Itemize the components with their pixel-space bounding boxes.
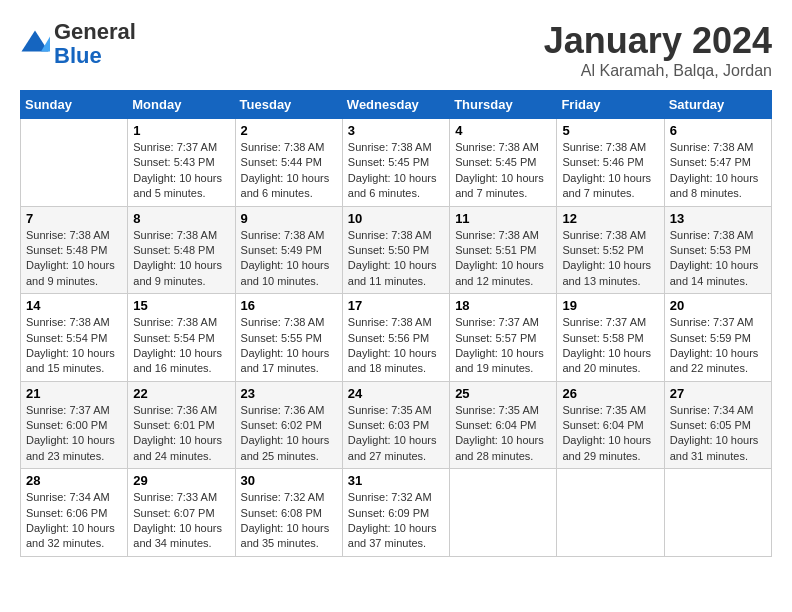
calendar-cell — [664, 469, 771, 557]
logo: General Blue — [20, 20, 136, 68]
day-info: Sunrise: 7:34 AM Sunset: 6:06 PM Dayligh… — [26, 490, 122, 552]
calendar-cell: 30Sunrise: 7:32 AM Sunset: 6:08 PM Dayli… — [235, 469, 342, 557]
page-header: General Blue January 2024 Al Karamah, Ba… — [20, 20, 772, 80]
calendar-cell — [21, 119, 128, 207]
calendar-cell: 29Sunrise: 7:33 AM Sunset: 6:07 PM Dayli… — [128, 469, 235, 557]
day-info: Sunrise: 7:37 AM Sunset: 5:58 PM Dayligh… — [562, 315, 658, 377]
calendar-cell: 3Sunrise: 7:38 AM Sunset: 5:45 PM Daylig… — [342, 119, 449, 207]
day-number: 12 — [562, 211, 658, 226]
day-number: 29 — [133, 473, 229, 488]
day-number: 7 — [26, 211, 122, 226]
column-header-friday: Friday — [557, 91, 664, 119]
column-header-tuesday: Tuesday — [235, 91, 342, 119]
calendar-cell: 23Sunrise: 7:36 AM Sunset: 6:02 PM Dayli… — [235, 381, 342, 469]
day-info: Sunrise: 7:38 AM Sunset: 5:54 PM Dayligh… — [133, 315, 229, 377]
day-number: 22 — [133, 386, 229, 401]
day-info: Sunrise: 7:32 AM Sunset: 6:08 PM Dayligh… — [241, 490, 337, 552]
day-info: Sunrise: 7:38 AM Sunset: 5:49 PM Dayligh… — [241, 228, 337, 290]
day-info: Sunrise: 7:38 AM Sunset: 5:56 PM Dayligh… — [348, 315, 444, 377]
day-info: Sunrise: 7:34 AM Sunset: 6:05 PM Dayligh… — [670, 403, 766, 465]
day-info: Sunrise: 7:38 AM Sunset: 5:53 PM Dayligh… — [670, 228, 766, 290]
calendar-cell: 22Sunrise: 7:36 AM Sunset: 6:01 PM Dayli… — [128, 381, 235, 469]
calendar-cell: 7Sunrise: 7:38 AM Sunset: 5:48 PM Daylig… — [21, 206, 128, 294]
day-number: 25 — [455, 386, 551, 401]
day-info: Sunrise: 7:38 AM Sunset: 5:51 PM Dayligh… — [455, 228, 551, 290]
calendar-cell: 4Sunrise: 7:38 AM Sunset: 5:45 PM Daylig… — [450, 119, 557, 207]
day-number: 26 — [562, 386, 658, 401]
calendar-cell: 6Sunrise: 7:38 AM Sunset: 5:47 PM Daylig… — [664, 119, 771, 207]
week-row-3: 14Sunrise: 7:38 AM Sunset: 5:54 PM Dayli… — [21, 294, 772, 382]
calendar-cell: 11Sunrise: 7:38 AM Sunset: 5:51 PM Dayli… — [450, 206, 557, 294]
week-row-2: 7Sunrise: 7:38 AM Sunset: 5:48 PM Daylig… — [21, 206, 772, 294]
calendar-cell: 8Sunrise: 7:38 AM Sunset: 5:48 PM Daylig… — [128, 206, 235, 294]
day-info: Sunrise: 7:38 AM Sunset: 5:46 PM Dayligh… — [562, 140, 658, 202]
week-row-5: 28Sunrise: 7:34 AM Sunset: 6:06 PM Dayli… — [21, 469, 772, 557]
day-info: Sunrise: 7:37 AM Sunset: 5:57 PM Dayligh… — [455, 315, 551, 377]
day-number: 31 — [348, 473, 444, 488]
day-info: Sunrise: 7:36 AM Sunset: 6:01 PM Dayligh… — [133, 403, 229, 465]
day-info: Sunrise: 7:33 AM Sunset: 6:07 PM Dayligh… — [133, 490, 229, 552]
day-number: 27 — [670, 386, 766, 401]
day-number: 6 — [670, 123, 766, 138]
calendar-cell: 18Sunrise: 7:37 AM Sunset: 5:57 PM Dayli… — [450, 294, 557, 382]
day-number: 21 — [26, 386, 122, 401]
day-info: Sunrise: 7:37 AM Sunset: 5:43 PM Dayligh… — [133, 140, 229, 202]
day-number: 30 — [241, 473, 337, 488]
calendar-cell: 16Sunrise: 7:38 AM Sunset: 5:55 PM Dayli… — [235, 294, 342, 382]
day-number: 9 — [241, 211, 337, 226]
day-number: 2 — [241, 123, 337, 138]
day-info: Sunrise: 7:38 AM Sunset: 5:54 PM Dayligh… — [26, 315, 122, 377]
day-info: Sunrise: 7:38 AM Sunset: 5:45 PM Dayligh… — [348, 140, 444, 202]
day-info: Sunrise: 7:38 AM Sunset: 5:52 PM Dayligh… — [562, 228, 658, 290]
calendar-cell — [450, 469, 557, 557]
title-block: January 2024 Al Karamah, Balqa, Jordan — [544, 20, 772, 80]
day-number: 4 — [455, 123, 551, 138]
column-header-saturday: Saturday — [664, 91, 771, 119]
day-info: Sunrise: 7:38 AM Sunset: 5:48 PM Dayligh… — [26, 228, 122, 290]
day-number: 19 — [562, 298, 658, 313]
day-number: 17 — [348, 298, 444, 313]
day-number: 18 — [455, 298, 551, 313]
day-number: 13 — [670, 211, 766, 226]
calendar-table: SundayMondayTuesdayWednesdayThursdayFrid… — [20, 90, 772, 557]
column-header-thursday: Thursday — [450, 91, 557, 119]
calendar-cell: 27Sunrise: 7:34 AM Sunset: 6:05 PM Dayli… — [664, 381, 771, 469]
day-info: Sunrise: 7:37 AM Sunset: 5:59 PM Dayligh… — [670, 315, 766, 377]
day-number: 3 — [348, 123, 444, 138]
location: Al Karamah, Balqa, Jordan — [544, 62, 772, 80]
day-number: 14 — [26, 298, 122, 313]
calendar-cell: 21Sunrise: 7:37 AM Sunset: 6:00 PM Dayli… — [21, 381, 128, 469]
day-number: 15 — [133, 298, 229, 313]
column-header-wednesday: Wednesday — [342, 91, 449, 119]
day-info: Sunrise: 7:37 AM Sunset: 6:00 PM Dayligh… — [26, 403, 122, 465]
day-info: Sunrise: 7:32 AM Sunset: 6:09 PM Dayligh… — [348, 490, 444, 552]
day-number: 16 — [241, 298, 337, 313]
day-info: Sunrise: 7:36 AM Sunset: 6:02 PM Dayligh… — [241, 403, 337, 465]
calendar-cell: 1Sunrise: 7:37 AM Sunset: 5:43 PM Daylig… — [128, 119, 235, 207]
column-header-monday: Monday — [128, 91, 235, 119]
day-number: 28 — [26, 473, 122, 488]
calendar-cell: 28Sunrise: 7:34 AM Sunset: 6:06 PM Dayli… — [21, 469, 128, 557]
calendar-cell — [557, 469, 664, 557]
column-header-sunday: Sunday — [21, 91, 128, 119]
calendar-cell: 2Sunrise: 7:38 AM Sunset: 5:44 PM Daylig… — [235, 119, 342, 207]
day-number: 1 — [133, 123, 229, 138]
day-number: 23 — [241, 386, 337, 401]
calendar-cell: 14Sunrise: 7:38 AM Sunset: 5:54 PM Dayli… — [21, 294, 128, 382]
calendar-cell: 5Sunrise: 7:38 AM Sunset: 5:46 PM Daylig… — [557, 119, 664, 207]
calendar-cell: 26Sunrise: 7:35 AM Sunset: 6:04 PM Dayli… — [557, 381, 664, 469]
day-info: Sunrise: 7:35 AM Sunset: 6:04 PM Dayligh… — [455, 403, 551, 465]
day-info: Sunrise: 7:38 AM Sunset: 5:50 PM Dayligh… — [348, 228, 444, 290]
day-number: 20 — [670, 298, 766, 313]
day-number: 8 — [133, 211, 229, 226]
day-info: Sunrise: 7:38 AM Sunset: 5:48 PM Dayligh… — [133, 228, 229, 290]
calendar-header-row: SundayMondayTuesdayWednesdayThursdayFrid… — [21, 91, 772, 119]
logo-text: General Blue — [54, 20, 136, 68]
calendar-cell: 19Sunrise: 7:37 AM Sunset: 5:58 PM Dayli… — [557, 294, 664, 382]
day-info: Sunrise: 7:35 AM Sunset: 6:03 PM Dayligh… — [348, 403, 444, 465]
calendar-cell: 15Sunrise: 7:38 AM Sunset: 5:54 PM Dayli… — [128, 294, 235, 382]
calendar-cell: 12Sunrise: 7:38 AM Sunset: 5:52 PM Dayli… — [557, 206, 664, 294]
logo-blue: Blue — [54, 43, 102, 68]
day-number: 11 — [455, 211, 551, 226]
calendar-cell: 25Sunrise: 7:35 AM Sunset: 6:04 PM Dayli… — [450, 381, 557, 469]
